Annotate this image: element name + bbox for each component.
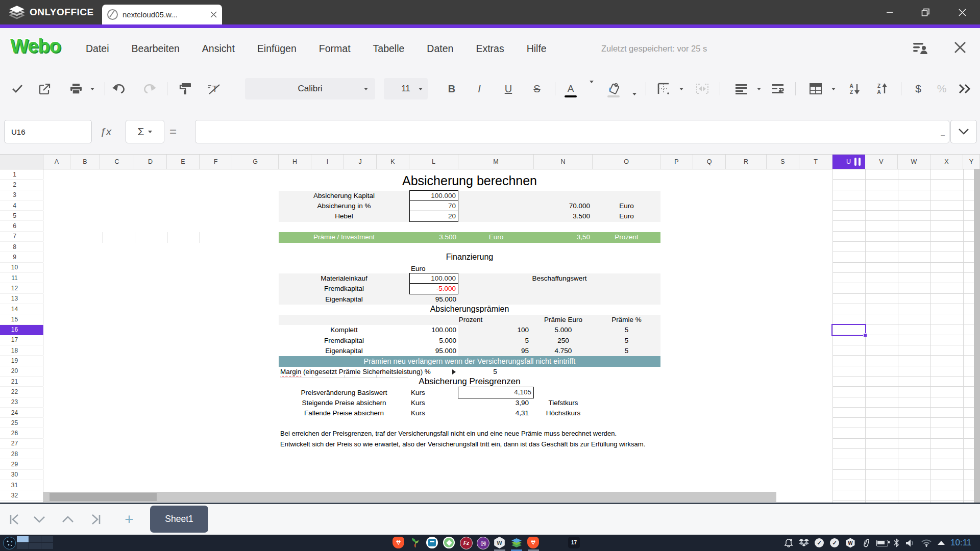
cell-name-box[interactable]: U16 xyxy=(4,120,92,143)
filezilla-icon[interactable]: Fz xyxy=(460,537,473,549)
column-resize-handle[interactable] xyxy=(854,158,856,166)
horizontal-align-button[interactable] xyxy=(730,69,752,109)
horizontal-scrollbar[interactable] xyxy=(43,492,776,502)
broadcast-app-icon[interactable]: ((•)) xyxy=(477,537,489,549)
row-header-11[interactable]: 11 xyxy=(0,273,43,283)
column-header-E[interactable]: E xyxy=(167,155,200,169)
column-header-X[interactable]: X xyxy=(930,155,963,169)
green-diamond-app-icon[interactable] xyxy=(443,537,455,548)
menu-item-format[interactable]: Format xyxy=(319,43,351,55)
column-header-G[interactable]: G xyxy=(232,155,279,169)
tray-expand-icon[interactable] xyxy=(937,537,946,548)
attachment-icon[interactable] xyxy=(861,537,872,548)
row-header-30[interactable]: 30 xyxy=(0,470,43,480)
launcher-icon[interactable] xyxy=(3,537,16,549)
sort-descending-button[interactable]: Z A xyxy=(871,69,893,109)
brave-icon-2[interactable] xyxy=(527,537,539,548)
last-sheet-icon[interactable] xyxy=(88,512,103,527)
undo-button[interactable] xyxy=(108,69,130,109)
column-header-B[interactable]: B xyxy=(70,155,100,169)
font-color-button[interactable]: A xyxy=(560,69,581,109)
volume-icon[interactable] xyxy=(904,537,916,548)
font-size-select[interactable]: 11 xyxy=(384,78,428,99)
spreadsheet-area[interactable]: 1234567891011121314151617181920212223242… xyxy=(0,169,980,503)
notifications-bell-icon[interactable] xyxy=(783,537,794,548)
menu-item-extras[interactable]: Extras xyxy=(476,43,504,55)
battery-icon[interactable] xyxy=(875,537,889,548)
fill-color-button[interactable] xyxy=(602,69,625,109)
wrap-text-button[interactable] xyxy=(767,69,789,109)
previous-sheet-icon[interactable] xyxy=(32,512,47,527)
sheet-tab-active[interactable]: Sheet1 xyxy=(150,506,208,533)
dropbox-icon[interactable] xyxy=(798,537,810,548)
column-resize-handle[interactable] xyxy=(859,158,861,166)
hebel-value-cell[interactable]: 20 xyxy=(409,211,458,222)
font-color-dropdown[interactable] xyxy=(587,62,596,102)
copy-style-button[interactable] xyxy=(175,69,196,109)
blue-box-app-icon[interactable] xyxy=(426,537,438,548)
row-header-1[interactable]: 1 xyxy=(0,169,43,180)
column-header-D[interactable]: D xyxy=(134,155,167,169)
row-header-14[interactable]: 14 xyxy=(0,304,43,314)
row-header-28[interactable]: 28 xyxy=(0,449,43,459)
workspace-3[interactable] xyxy=(41,536,53,542)
kapital-value-cell[interactable]: 100.000 xyxy=(409,190,458,201)
borders-dropdown[interactable] xyxy=(677,69,686,109)
fremdkapital-value-cell[interactable]: -5.000 xyxy=(409,283,458,294)
sort-ascending-button[interactable]: A Z xyxy=(843,69,866,109)
row-header-7[interactable]: 7 xyxy=(0,232,43,242)
sync-check-icon-1[interactable]: ✓ xyxy=(814,537,825,548)
window-minimize-button[interactable] xyxy=(883,6,896,18)
font-name-select[interactable]: Calibri xyxy=(245,78,375,99)
webo-logo[interactable]: Webo xyxy=(10,35,61,57)
horizontal-align-dropdown[interactable] xyxy=(754,69,764,109)
menu-item-bearbeiten[interactable]: Bearbeiten xyxy=(132,43,180,55)
column-header-V[interactable]: V xyxy=(865,155,898,169)
row-header-31[interactable]: 31 xyxy=(0,480,43,490)
open-file-location-button[interactable] xyxy=(34,69,55,109)
collapse-formula-bar[interactable]: – xyxy=(941,131,945,139)
expand-formula-bar-button[interactable] xyxy=(950,120,977,143)
column-header-L[interactable]: L xyxy=(409,155,458,169)
column-header-C[interactable]: C xyxy=(100,155,134,169)
format-as-table-dropdown[interactable] xyxy=(829,69,838,109)
column-header-M[interactable]: M xyxy=(458,155,534,169)
row-header-4[interactable]: 4 xyxy=(0,201,43,211)
print-dropdown[interactable] xyxy=(88,69,97,109)
merge-cells-button[interactable] xyxy=(691,69,714,109)
basiswert-value-cell[interactable]: 4,105 xyxy=(458,387,534,398)
row-header-5[interactable]: 5 xyxy=(0,211,43,221)
select-all-corner[interactable] xyxy=(0,155,43,169)
window-restore-button[interactable] xyxy=(919,6,932,18)
selected-cell-outline[interactable] xyxy=(831,324,866,336)
vertical-scrollbar[interactable] xyxy=(974,169,980,503)
row-header-22[interactable]: 22 xyxy=(0,387,43,397)
column-header-Q[interactable]: Q xyxy=(693,155,726,169)
row-header-29[interactable]: 29 xyxy=(0,459,43,469)
percent-style-button[interactable]: % xyxy=(932,69,951,109)
menu-item-hilfe[interactable]: Hilfe xyxy=(527,43,547,55)
format-as-table-button[interactable] xyxy=(804,69,827,109)
row-header-13[interactable]: 13 xyxy=(0,294,43,304)
column-header-R[interactable]: R xyxy=(726,155,767,169)
prozent-value-cell[interactable]: 70 xyxy=(409,201,458,211)
row-header-10[interactable]: 10 xyxy=(0,263,43,273)
first-sheet-icon[interactable] xyxy=(7,512,22,527)
row-header-17[interactable]: 17 xyxy=(0,335,43,345)
row-header-8[interactable]: 8 xyxy=(0,242,43,252)
bold-button[interactable]: B xyxy=(442,69,461,109)
windscribe-icon[interactable]: W xyxy=(494,537,505,548)
menu-item-ansicht[interactable]: Ansicht xyxy=(202,43,235,55)
row-header-16[interactable]: 16 xyxy=(0,325,43,335)
more-toolbar-button[interactable] xyxy=(953,69,976,109)
workspace-pager[interactable] xyxy=(17,536,53,549)
fill-handle[interactable] xyxy=(863,333,867,337)
currency-style-button[interactable]: $ xyxy=(909,69,928,109)
bluetooth-icon[interactable] xyxy=(892,537,900,548)
row-header-18[interactable]: 18 xyxy=(0,345,43,356)
column-header-J[interactable]: J xyxy=(344,155,377,169)
column-header-I[interactable]: I xyxy=(311,155,344,169)
row-header-3[interactable]: 3 xyxy=(0,190,43,201)
column-header-O[interactable]: O xyxy=(593,155,660,169)
material-value-cell[interactable]: 100.000 xyxy=(409,273,458,284)
